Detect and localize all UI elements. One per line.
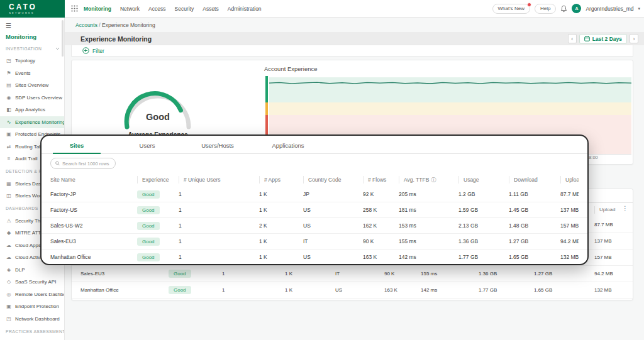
column-header[interactable]: Avg. TTFBⓘ xyxy=(399,176,458,184)
cato-logo[interactable]: CATO NETWORKS xyxy=(0,0,65,18)
tab[interactable]: Sites xyxy=(42,137,112,153)
date-next-button[interactable]: › xyxy=(630,34,638,43)
sidebar-item[interactable]: ◉ SDP Users Overview xyxy=(0,92,64,104)
sidebar-item[interactable]: ◳ Network Dashboard xyxy=(0,313,64,326)
cell-country: IT xyxy=(335,271,384,277)
sidebar-item[interactable]: ◳ Topology xyxy=(0,55,64,67)
help-button[interactable]: Help xyxy=(535,4,556,14)
cell-download: 1.45 GB xyxy=(509,207,560,213)
column-header[interactable]: # Unique Usersⓘ xyxy=(179,176,259,184)
table-row[interactable]: Sales-US-W2 Good 1 2 K US 162 K 153 ms 2… xyxy=(42,218,587,234)
column-label: Usage xyxy=(464,177,479,183)
sidebar-item-icon: ◫ xyxy=(6,193,12,199)
table-row[interactable]: Factory-US Good 1 1 K US 258 K 181 ms 1.… xyxy=(42,202,587,218)
sidebar-item[interactable]: ▣ Endpoint Protection xyxy=(0,300,64,313)
cell-flows: 162 K xyxy=(363,222,399,229)
cell-experience: Good xyxy=(169,286,222,294)
chevron-down-icon[interactable]: ▾ xyxy=(638,6,640,11)
column-header[interactable]: Uploadⓘ xyxy=(560,176,579,184)
cell-site-name: Sales-EU3 xyxy=(80,271,169,277)
column-header[interactable]: # Flowsⓘ xyxy=(363,176,399,184)
column-label: Experience xyxy=(142,177,169,183)
sidebar-item[interactable]: ☑ Best Practices xyxy=(0,337,64,340)
search-icon xyxy=(55,161,60,166)
date-prev-button[interactable]: ‹ xyxy=(568,34,577,43)
sidebar-item-icon: ≡ xyxy=(6,156,12,162)
kebab-menu-icon[interactable]: ⋮ xyxy=(622,206,628,212)
sidebar-item[interactable]: ∿ Experience Monitoring xyxy=(0,116,64,129)
topnav-item[interactable]: Assets xyxy=(203,6,219,12)
column-label: Upload xyxy=(565,177,579,183)
cell-usage: 1.2 GB xyxy=(458,191,509,197)
card-title: Account Experience xyxy=(264,65,318,72)
column-header[interactable]: Downloadⓘ xyxy=(509,176,560,184)
column-label: Site Name xyxy=(50,177,75,183)
table-row[interactable]: Factory-JP Good 1 1 K JP 92 K 205 ms 1.2… xyxy=(42,187,587,202)
column-header[interactable]: Uploadⓘ xyxy=(594,206,624,214)
cell-unique-users: 1 xyxy=(222,287,285,293)
sidebar-item[interactable]: ▤ Sites Overview xyxy=(0,79,64,92)
tab[interactable]: Users xyxy=(112,137,182,153)
add-filter-icon[interactable] xyxy=(82,47,89,54)
sidebar-item[interactable]: ◎ Remote Users Dashboard xyxy=(0,288,64,301)
table-row[interactable]: Sales-EU3 Good 1 1 K IT 90 K 155 ms 1.36… xyxy=(42,234,587,250)
sidebar-scrollbar[interactable] xyxy=(62,20,64,57)
topnav-item[interactable]: Administration xyxy=(228,6,262,12)
table-row[interactable]: Manhattan Office Good 1 1 K US 163 K 142… xyxy=(72,282,633,299)
table-row[interactable]: Sales-EU3 Good 1 1 K IT 90 K 155 ms 1.36… xyxy=(72,266,633,282)
sidebar-section-investigation[interactable]: INVESTIGATION xyxy=(0,42,64,55)
date-range-button[interactable]: Last 2 Days xyxy=(579,34,627,44)
hamburger-icon[interactable]: ☰ xyxy=(0,18,64,30)
bell-icon[interactable] xyxy=(560,5,567,13)
topnav-item[interactable]: Access xyxy=(148,6,165,12)
column-header[interactable]: Experienceⓘ xyxy=(137,176,179,184)
page-title: Experience Monitoring xyxy=(80,35,152,43)
app-grid-icon[interactable] xyxy=(71,5,78,12)
sidebar-section-practices[interactable]: PRACTICES ASSESSMENT xyxy=(0,325,64,337)
topbar: CATO NETWORKS MonitoringNetworkAccessSec… xyxy=(0,0,644,18)
filter-label[interactable]: Filter xyxy=(92,48,104,54)
column-header[interactable]: Country Codeⓘ xyxy=(303,176,363,184)
sidebar-item-label: Network Dashboard xyxy=(15,316,60,322)
breadcrumb-accounts-link[interactable]: Accounts xyxy=(75,22,97,28)
cell-download: 1.11 GB xyxy=(509,191,560,197)
column-header[interactable]: Site Nameⓘ xyxy=(50,176,137,184)
topnav-item[interactable]: Security xyxy=(175,6,194,12)
whats-new-button[interactable]: What's New xyxy=(492,4,530,14)
sidebar-item-icon: ◳ xyxy=(6,58,12,63)
sidebar-item[interactable]: ◈ DLP xyxy=(0,264,64,277)
sidebar-item-icon: ◉ xyxy=(6,95,12,101)
topnav-item[interactable]: Network xyxy=(120,6,140,12)
cell-site-name: Manhattan Office xyxy=(50,254,137,260)
cell-ttfb: 153 ms xyxy=(399,222,458,229)
column-label: Upload xyxy=(599,207,615,212)
section-title: PRACTICES ASSESSMENT xyxy=(6,329,65,334)
column-header[interactable]: Usageⓘ xyxy=(458,176,509,184)
experience-gauge-block: Good Average Experience xyxy=(111,90,205,138)
sidebar-item[interactable]: ⚑ Events xyxy=(0,67,64,80)
cell-site-name: Factory-US xyxy=(50,207,137,213)
logo-title: CATO xyxy=(9,3,65,11)
calendar-icon xyxy=(584,36,590,41)
cell-download: 1.65 GB xyxy=(534,287,594,293)
column-header[interactable]: # Appsⓘ xyxy=(259,176,303,184)
table-row[interactable]: Manhattan Office Good 1 1 K US 163 K 142… xyxy=(42,250,587,265)
sidebar-item-icon: ◧ xyxy=(6,107,12,112)
tab[interactable]: Applications xyxy=(253,137,323,153)
cell-ttfb: 142 ms xyxy=(421,287,479,293)
tab[interactable]: Users/Hosts xyxy=(182,137,253,153)
topnav-item[interactable]: Monitoring xyxy=(84,6,111,12)
table-tabs: SitesUsersUsers/HostsApplications xyxy=(42,136,587,154)
avatar[interactable]: A xyxy=(572,4,581,13)
sidebar-item-icon: ▣ xyxy=(6,304,12,309)
gauge-value: Good xyxy=(146,112,170,122)
search-input[interactable] xyxy=(62,161,111,167)
cell-flows: 163 K xyxy=(384,287,421,293)
sidebar-item[interactable]: ◇ SaaS Security API xyxy=(0,276,64,288)
cell-download: 1.65 GB xyxy=(509,254,560,260)
sidebar-item[interactable]: ◧ App Analytics xyxy=(0,104,64,116)
cell-experience: Good xyxy=(137,238,179,246)
account-name[interactable]: ArgonIndustries_md xyxy=(586,6,633,12)
column-label: Country Code xyxy=(308,177,341,183)
experience-gauge: Good xyxy=(117,90,199,129)
